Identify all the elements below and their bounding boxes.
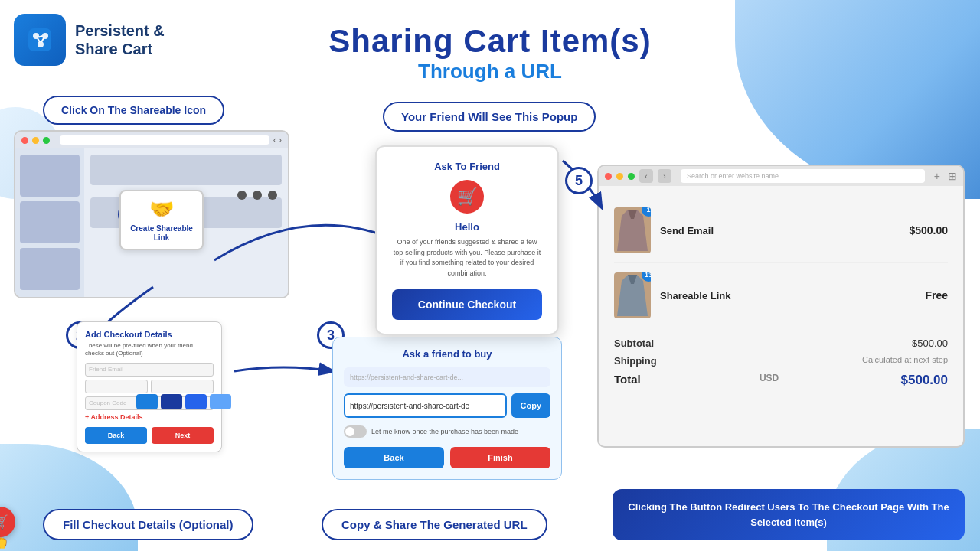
popup-title: Ask To Friend bbox=[392, 161, 542, 172]
cart-item-2-left: 13 Shareable Link bbox=[614, 272, 730, 318]
cursor-pointer-icon: 👆 bbox=[0, 531, 10, 549]
right-dot-red bbox=[605, 173, 612, 180]
checkout-panel-subtitle: These will be pre-filled when your frien… bbox=[85, 342, 214, 358]
shipping-label: Shipping bbox=[614, 355, 657, 367]
popup-cart-icon: 🛒 bbox=[450, 180, 484, 214]
address-details-toggle[interactable]: + Address Details bbox=[85, 413, 214, 421]
total-row: Total USD $500.00 bbox=[614, 373, 948, 388]
tab-grid-icon[interactable]: ⊞ bbox=[948, 170, 957, 182]
share-url-title: Ask a friend to buy bbox=[344, 348, 550, 360]
notify-row: Let me know once the purchase has been m… bbox=[344, 425, 550, 438]
shipping-value: Calculated at next step bbox=[862, 355, 948, 367]
subtotal-label: Subtotal bbox=[614, 337, 654, 349]
notify-text: Let me know once the purchase has been m… bbox=[371, 428, 518, 435]
logo-text: Persistent & Share Cart bbox=[75, 21, 165, 58]
svg-rect-0 bbox=[28, 28, 51, 51]
total-value: $500.00 bbox=[901, 373, 948, 388]
cart-item-2-image: 13 bbox=[614, 272, 651, 318]
url-display-field: https://persistent-and-share-cart-de bbox=[344, 393, 507, 418]
url-background-field: https://persistent-and-share-cart-de... bbox=[344, 367, 550, 387]
checkout-panel-title: Add Checkout Details bbox=[85, 330, 214, 339]
browser-right-url-bar[interactable]: Search or enter website name bbox=[681, 169, 925, 183]
browser-url-bar bbox=[60, 135, 270, 145]
cart-item-2-name: Shareable Link bbox=[660, 290, 730, 302]
url-bg-text: https://persistent-and-share-cart-de... bbox=[350, 373, 544, 381]
notify-toggle[interactable] bbox=[344, 425, 367, 438]
svg-point-3 bbox=[38, 41, 44, 47]
share-back-button[interactable]: Back bbox=[344, 447, 444, 468]
share-dots bbox=[237, 191, 277, 200]
continue-checkout-button[interactable]: Continue Checkout bbox=[392, 289, 542, 320]
toggle-circle bbox=[345, 427, 354, 436]
browser-right-bar: ‹ › Search or enter website name + ⊞ bbox=[599, 166, 963, 186]
checkout-back-button[interactable]: Back bbox=[85, 427, 147, 444]
sidebar-block-1 bbox=[20, 155, 80, 197]
step-5-circle: 5 bbox=[565, 167, 593, 194]
cart-item-1-image: 1 bbox=[614, 207, 651, 253]
cart-summary: Subtotal $500.00 Shipping Calculated at … bbox=[614, 328, 948, 388]
subtotal-row: Subtotal $500.00 bbox=[614, 337, 948, 349]
popup-hello: Hello bbox=[392, 221, 542, 233]
share-url-panel: Ask a friend to buy https://persistent-a… bbox=[332, 337, 562, 480]
name-row bbox=[85, 380, 214, 393]
right-dot-yellow bbox=[616, 173, 623, 180]
sidebar-block-2 bbox=[20, 201, 80, 243]
total-currency: USD bbox=[760, 373, 779, 388]
share-action-buttons: Back Finish bbox=[344, 447, 550, 468]
first-name-input[interactable] bbox=[85, 380, 148, 393]
friend-popup-callout: Your Friend Will See This Popup bbox=[383, 102, 596, 132]
popup-description: One of your friends suggested & shared a… bbox=[392, 237, 542, 279]
arrow-2-to-3 bbox=[227, 348, 341, 394]
copy-url-button[interactable]: Copy bbox=[511, 393, 551, 418]
share-btn-1 bbox=[136, 394, 158, 409]
right-dot-green bbox=[628, 173, 635, 180]
logo-area: Persistent & Share Cart bbox=[14, 14, 165, 66]
browser-sidebar bbox=[15, 148, 84, 297]
dot-red bbox=[21, 137, 28, 144]
dot-yellow bbox=[32, 137, 39, 144]
logo-icon bbox=[14, 14, 66, 66]
sidebar-block-3 bbox=[20, 248, 80, 290]
create-link-label: Create Shareable Link bbox=[127, 224, 196, 243]
share-btn-3 bbox=[185, 394, 207, 409]
redirect-callout: Clicking The Button Redirect Users To Th… bbox=[612, 489, 965, 540]
browser-right-mockup: ‹ › Search or enter website name + ⊞ 1 bbox=[597, 165, 965, 448]
browser-nav-chevrons: ‹ › bbox=[273, 135, 282, 145]
friend-email-input[interactable]: Friend Email bbox=[85, 363, 214, 377]
cart-item-2-price: Free bbox=[925, 289, 948, 302]
friend-popup-modal: Ask To Friend 🛒 Hello One of your friend… bbox=[375, 145, 559, 335]
checkout-next-button[interactable]: Next bbox=[152, 427, 214, 444]
copy-share-label: Copy & Share The Generated URL bbox=[322, 509, 547, 540]
click-icon-callout: Click On The Shareable Icon bbox=[43, 96, 224, 125]
share-social-buttons bbox=[136, 394, 231, 409]
cart-item-2: 13 Shareable Link Free bbox=[614, 263, 948, 328]
total-label: Total bbox=[614, 373, 641, 388]
main-title: Sharing Cart Item(s) Through a URL bbox=[328, 23, 651, 83]
cart-item-1-price: $500.00 bbox=[909, 224, 948, 236]
cart-item-1-name: Send Email bbox=[660, 225, 714, 236]
last-name-input[interactable] bbox=[151, 380, 214, 393]
shipping-row: Shipping Calculated at next step bbox=[614, 355, 948, 367]
product-block-1 bbox=[90, 155, 282, 185]
checkout-details-panel: Add Checkout Details These will be pre-f… bbox=[77, 321, 222, 452]
share-btn-2 bbox=[161, 394, 182, 409]
fill-checkout-label: Fill Checkout Details (Optional) bbox=[43, 509, 253, 540]
create-link-box: 🤝 Create Shareable Link bbox=[119, 190, 204, 250]
add-tab-icon[interactable]: + bbox=[934, 170, 940, 182]
nav-forward-btn[interactable]: › bbox=[658, 169, 671, 183]
cart-content: 1 Send Email $500.00 13 bbox=[599, 186, 963, 406]
subtotal-value: $500.00 bbox=[912, 337, 948, 349]
share-btn-4 bbox=[210, 394, 231, 409]
create-link-icon: 🤝 bbox=[127, 197, 196, 221]
cart-item-1: 1 Send Email $500.00 bbox=[614, 198, 948, 263]
dot-green bbox=[43, 137, 50, 144]
cart-item-1-left: 1 Send Email bbox=[614, 207, 714, 253]
nav-back-btn[interactable]: ‹ bbox=[639, 169, 653, 183]
checkout-panel-buttons: Back Next bbox=[85, 427, 214, 444]
url-copy-row: https://persistent-and-share-cart-de Cop… bbox=[344, 393, 550, 418]
finish-button[interactable]: Finish bbox=[450, 447, 550, 468]
